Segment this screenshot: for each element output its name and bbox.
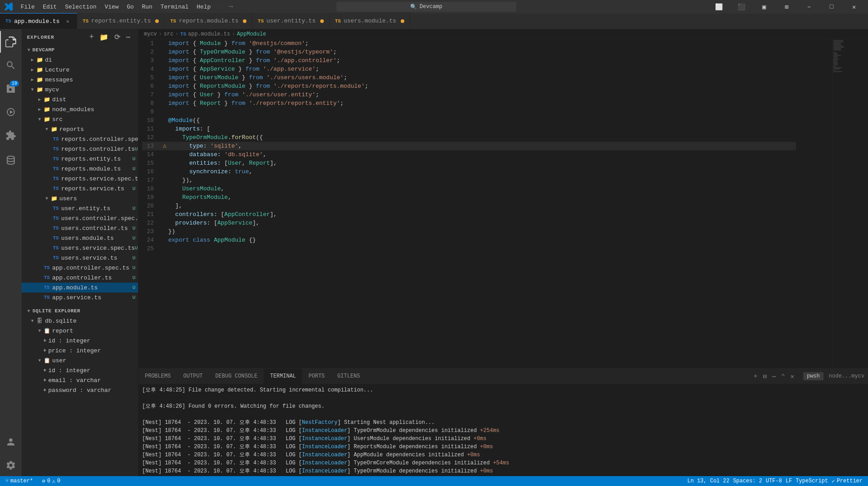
- terminal-close-btn[interactable]: ✕: [789, 371, 796, 382]
- breadcrumb-item[interactable]: mycv: [144, 31, 157, 37]
- new-file-btn[interactable]: +: [88, 32, 96, 43]
- menu-edit[interactable]: Edit: [39, 3, 60, 11]
- layout-btn3[interactable]: ▣: [754, 0, 774, 14]
- close-btn[interactable]: ✕: [844, 0, 864, 14]
- activity-source-control[interactable]: 19: [0, 78, 22, 99]
- warning-count: 0: [57, 478, 60, 484]
- breadcrumb-item[interactable]: src: [164, 31, 174, 37]
- tab-close-btn[interactable]: ✕: [64, 18, 72, 25]
- tree-item-reports[interactable]: ▼ 📁 reports: [22, 124, 138, 134]
- menu-selection[interactable]: Selection: [61, 3, 100, 11]
- tree-item-lecture[interactable]: ▶ 📁 Lecture: [22, 65, 138, 75]
- activity-account[interactable]: [0, 431, 22, 453]
- status-formatter[interactable]: ✓ Prettier: [830, 478, 864, 485]
- code-line: 21 controllers: [AppController],: [142, 210, 796, 219]
- list-item[interactable]: TS app.controller.spec.ts U: [22, 263, 138, 273]
- maximize-btn[interactable]: □: [821, 0, 842, 14]
- list-item[interactable]: TS users.controller.ts U: [22, 223, 138, 233]
- list-item[interactable]: TS reports.module.ts U: [22, 164, 138, 174]
- tab-debug-console[interactable]: DEBUG CONSOLE: [209, 369, 264, 384]
- new-folder-btn[interactable]: 📁: [98, 32, 111, 43]
- tree-item-user-table[interactable]: ▼ 📋 user: [22, 356, 138, 365]
- tree-item-dist[interactable]: ▶ 📁 dist: [22, 94, 138, 104]
- status-position[interactable]: Ln 13, Col 22: [685, 478, 731, 485]
- layout-btn[interactable]: ⬜: [709, 0, 729, 14]
- arrow-icon: ▼: [36, 116, 43, 123]
- activity-extensions[interactable]: [0, 125, 22, 146]
- list-item[interactable]: TS users.service.ts U: [22, 253, 138, 263]
- sqlite-explorer-header[interactable]: ▼ SQLITE EXPLORER: [22, 306, 138, 316]
- activity-search[interactable]: [0, 54, 22, 76]
- list-item[interactable]: TS reports.service.ts U: [22, 184, 138, 194]
- status-line-ending[interactable]: LF: [784, 478, 794, 485]
- refresh-btn[interactable]: ⟳: [112, 32, 122, 43]
- tab-reports-entity[interactable]: TS reports.entity.ts: [77, 13, 165, 29]
- activity-run[interactable]: [0, 101, 22, 123]
- nav-back[interactable]: ←: [218, 3, 226, 11]
- terminal-instance-1[interactable]: pwsh: [803, 372, 823, 380]
- list-item-app-module[interactable]: TS app.module.ts U: [22, 283, 138, 292]
- tab-terminal[interactable]: TERMINAL: [264, 369, 302, 384]
- tree-item-db[interactable]: ▼ 🗄 db.sqlite: [22, 316, 138, 326]
- menu-terminal[interactable]: Terminal: [157, 3, 192, 11]
- terminal-content[interactable]: [오후 4:48:25] File change detected. Start…: [139, 384, 868, 476]
- list-item[interactable]: TS app.service.ts U: [22, 292, 138, 302]
- activity-explorer[interactable]: [0, 31, 22, 53]
- tree-item-report-table[interactable]: ▼ 📋 report: [22, 326, 138, 336]
- nav-forward[interactable]: →: [227, 3, 235, 11]
- search-bar[interactable]: 🔍 Devcamp: [336, 2, 516, 12]
- activity-database[interactable]: [0, 152, 22, 173]
- terminal-split-btn[interactable]: ⊟: [761, 371, 768, 382]
- tree-item-src[interactable]: ▼ 📁 src: [22, 114, 138, 124]
- gutter: [161, 82, 168, 90]
- tab-problems[interactable]: PROBLEMS: [139, 369, 177, 384]
- menu-go[interactable]: Go: [123, 3, 138, 11]
- tab-gitlens[interactable]: GITLENS: [331, 369, 366, 384]
- layout-btn4[interactable]: ⊞: [776, 0, 797, 14]
- minimize-btn[interactable]: –: [799, 0, 819, 14]
- menu-file[interactable]: File: [17, 3, 38, 11]
- tab-output[interactable]: OUTPUT: [177, 369, 209, 384]
- terminal-add-btn[interactable]: +: [752, 371, 759, 382]
- status-errors[interactable]: ⊘ 0 ⚠ 0: [40, 478, 62, 485]
- sidebar-header: EXPLORER + 📁 ⟳ ⋯: [22, 29, 138, 45]
- breadcrumb-item[interactable]: app.module.ts: [188, 31, 230, 37]
- status-language[interactable]: TypeScript: [794, 478, 830, 485]
- list-item[interactable]: TS reports.service.spec.ts U: [22, 174, 138, 184]
- activity-bar: 19: [0, 29, 22, 476]
- collapse-btn[interactable]: ⋯: [124, 32, 133, 43]
- status-encoding[interactable]: UTF-8: [764, 478, 784, 485]
- gutter: [161, 219, 168, 227]
- tree-item-users[interactable]: ▼ 📁 users: [22, 194, 138, 203]
- tree-item-mycv[interactable]: ▼ 📁 mycv: [22, 85, 138, 94]
- tree-root-devcamp[interactable]: ▼ DEVCAMP: [22, 45, 138, 55]
- list-item[interactable]: TS users.service.spec.ts U: [22, 243, 138, 253]
- terminal-instance-2[interactable]: node...mycv: [825, 372, 868, 380]
- menu-help[interactable]: Help: [193, 3, 214, 11]
- list-item[interactable]: TS reports.entity.ts U: [22, 154, 138, 164]
- menu-run[interactable]: Run: [138, 3, 156, 11]
- list-item[interactable]: TS users.module.ts U: [22, 233, 138, 243]
- tab-users-module[interactable]: TS users.module.ts: [330, 13, 410, 29]
- list-item[interactable]: TS user.entity.ts U: [22, 203, 138, 213]
- tab-app-module[interactable]: TS app.module.ts ✕: [0, 13, 77, 29]
- list-item[interactable]: TS users.controller.spec.ts U: [22, 213, 138, 223]
- code-editor[interactable]: 1 import { Module } from '@nestjs/common…: [139, 39, 868, 368]
- layout-btn2[interactable]: ⬛: [731, 0, 752, 14]
- terminal-maximize-btn[interactable]: ⌃: [779, 371, 787, 382]
- tree-item-di[interactable]: ▶ 📁 di: [22, 55, 138, 65]
- list-item[interactable]: TS reports.controller.spec.ts U: [22, 134, 138, 144]
- status-branch[interactable]: ⑂ master*: [4, 478, 35, 484]
- list-item[interactable]: TS app.controller.ts U: [22, 273, 138, 283]
- tab-user-entity[interactable]: TS user.entity.ts: [252, 13, 329, 29]
- tab-reports-module[interactable]: TS reports.module.ts: [165, 13, 252, 29]
- tab-ports[interactable]: PORTS: [302, 369, 331, 384]
- list-item[interactable]: TS reports.controller.ts U: [22, 144, 138, 154]
- activity-settings[interactable]: [0, 454, 22, 476]
- terminal-more-btn[interactable]: ⋯: [770, 371, 778, 382]
- tree-item-node-modules[interactable]: ▶ 📁 node_modules: [22, 104, 138, 114]
- breadcrumb-item[interactable]: AppModule: [237, 31, 266, 37]
- menu-view[interactable]: View: [101, 3, 122, 11]
- tree-item-messages[interactable]: ▶ 📁 messages: [22, 75, 138, 85]
- status-spaces[interactable]: Spaces: 2: [731, 478, 764, 485]
